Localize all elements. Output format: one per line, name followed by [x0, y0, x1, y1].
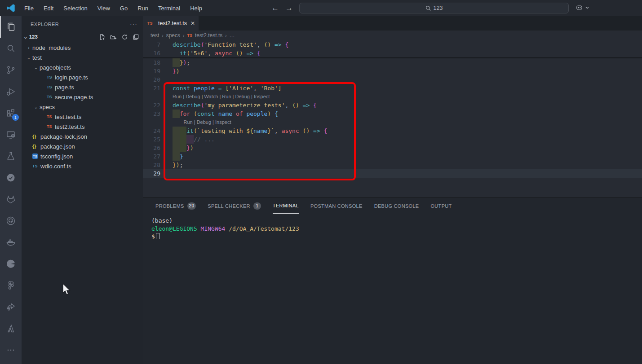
- menu-help[interactable]: Help: [186, 3, 206, 13]
- code-line-18[interactable]: 18});: [143, 58, 642, 67]
- menu-view[interactable]: View: [93, 3, 114, 13]
- menu-terminal[interactable]: Terminal: [154, 3, 184, 13]
- tree-item-tsconfig-json[interactable]: TStsconfig.json: [22, 151, 143, 161]
- panel-tab-spell-checker[interactable]: SPELL CHECKER1: [208, 198, 261, 214]
- activity-additional-views[interactable]: [0, 339, 22, 361]
- tree-item-test[interactable]: ⌄test: [22, 53, 143, 62]
- codelens-link-run[interactable]: Run: [222, 94, 231, 99]
- menu-selection[interactable]: Selection: [59, 3, 91, 13]
- terminal[interactable]: (base) eleon@LEGION5 MINGW64 /d/QA_A/Tes…: [143, 214, 642, 241]
- code-line-28[interactable]: 28});: [143, 161, 642, 169]
- tree-item-package-lock-json[interactable]: {}package-lock.json: [22, 132, 143, 141]
- close-icon[interactable]: ✕: [190, 20, 195, 26]
- line-number[interactable]: 25: [143, 135, 160, 144]
- tree-item-login-page-ts[interactable]: TSlogin.page.ts: [22, 72, 143, 82]
- tree-item-secure-page-ts[interactable]: TSsecure.page.ts: [22, 92, 143, 102]
- activity-extensions[interactable]: 1: [0, 102, 22, 124]
- code-editor[interactable]: 7describe('Function test', () => {16 it(…: [143, 40, 642, 197]
- menu-file[interactable]: File: [20, 3, 38, 13]
- line-number[interactable]: 28: [143, 161, 160, 169]
- panel-tab-terminal[interactable]: TERMINAL: [273, 198, 299, 214]
- code-line-21[interactable]: 21const people = ['Alice', 'Bob']: [143, 84, 642, 92]
- panel-tab-debug-console[interactable]: DEBUG CONSOLE: [374, 198, 419, 214]
- line-number[interactable]: 21: [143, 84, 160, 92]
- tree-item-test-test-ts[interactable]: TStest.test.ts: [22, 112, 143, 122]
- workspace-section-header[interactable]: ⌄ 123: [22, 32, 143, 42]
- tree-item-pageobjects[interactable]: ⌄pageobjects: [22, 62, 143, 72]
- menu-go[interactable]: Go: [116, 3, 132, 13]
- new-file-icon[interactable]: [99, 34, 106, 40]
- codelens-link-run[interactable]: Run: [183, 119, 192, 125]
- tree-item-test2-test-ts[interactable]: TStest2.test.ts: [22, 122, 143, 132]
- line-number[interactable]: 7: [143, 40, 160, 49]
- codelens-link-watch[interactable]: Watch: [204, 94, 218, 99]
- panel-tab-output[interactable]: OUTPUT: [431, 198, 452, 214]
- activity-search[interactable]: [0, 38, 22, 59]
- explorer-more-icon[interactable]: ···: [130, 21, 137, 28]
- collapse-all-icon[interactable]: [133, 34, 139, 40]
- tab-test2-test-ts[interactable]: TS test2.test.ts ✕: [143, 16, 199, 31]
- copilot-menu[interactable]: [576, 4, 589, 11]
- line-number[interactable]: 22: [143, 101, 160, 110]
- tree-item-node-modules[interactable]: ›node_modules: [22, 43, 143, 53]
- tree-item-specs[interactable]: ⌄specs: [22, 102, 143, 112]
- breadcrumb-item[interactable]: test: [151, 32, 159, 39]
- command-center-search[interactable]: 123: [299, 3, 569, 13]
- tree-item-package-json[interactable]: {}package.json: [22, 141, 143, 151]
- panel-tab-postman-console[interactable]: POSTMAN CONSOLE: [310, 198, 363, 214]
- code-line-26[interactable]: 26}): [143, 144, 642, 152]
- line-number[interactable]: 27: [143, 152, 160, 161]
- code-line-20[interactable]: 20: [143, 75, 642, 84]
- activity-gitlab-workflow[interactable]: [0, 189, 22, 210]
- activity-remote-explorer[interactable]: [0, 124, 22, 145]
- activity-explorer[interactable]: [0, 16, 22, 38]
- activity-run-and-debug[interactable]: [0, 81, 22, 102]
- activity-code-tools[interactable]: [0, 253, 22, 275]
- codelens-link-debug[interactable]: Debug: [235, 94, 250, 99]
- activity-docker[interactable]: [0, 232, 22, 253]
- activity-azure[interactable]: [0, 318, 22, 339]
- breadcrumb-item[interactable]: specs: [166, 32, 180, 39]
- title-bar: FileEditSelectionViewGoRunTerminalHelp ←…: [0, 0, 642, 16]
- activity-testing[interactable]: [0, 145, 22, 167]
- tree-item-wdio-conf-ts[interactable]: TSwdio.conf.ts: [22, 161, 143, 171]
- tree-item-page-ts[interactable]: TSpage.ts: [22, 82, 143, 92]
- new-folder-icon[interactable]: [110, 34, 117, 40]
- line-number[interactable]: 18: [143, 58, 160, 67]
- terminal-input-line[interactable]: $: [151, 232, 642, 241]
- nav-back-icon[interactable]: ←: [271, 4, 279, 13]
- code-line-7[interactable]: 7describe('Function test', () => {: [143, 40, 642, 49]
- breadcrumb-item[interactable]: test2.test.ts: [195, 32, 222, 39]
- codelens-link-run[interactable]: Run: [173, 94, 182, 99]
- menu-run[interactable]: Run: [133, 3, 152, 13]
- panel-tab-problems[interactable]: PROBLEMS20: [155, 198, 196, 214]
- activity-figma[interactable]: [0, 275, 22, 296]
- line-number[interactable]: 24: [143, 127, 160, 135]
- menu-edit[interactable]: Edit: [40, 3, 58, 13]
- code-line-16[interactable]: 16 it('5+6', async () => {: [143, 49, 642, 57]
- activity-tasks-check[interactable]: [0, 167, 22, 189]
- nav-forward-icon[interactable]: →: [285, 4, 293, 13]
- refresh-icon[interactable]: [121, 34, 128, 40]
- code-line-27[interactable]: 27}: [143, 152, 642, 161]
- line-number[interactable]: 19: [143, 67, 160, 75]
- code-line-22[interactable]: 22describe('my parameterize tests', () =…: [143, 101, 642, 110]
- code-line-24[interactable]: 24it(`testing with ${name}`, async () =>…: [143, 127, 642, 135]
- codelens-link-inspect[interactable]: Inspect: [254, 94, 270, 99]
- line-number[interactable]: 16: [143, 49, 160, 57]
- codelens-link-inspect[interactable]: Inspect: [215, 119, 231, 125]
- breadcrumb-item[interactable]: …: [230, 32, 235, 39]
- code-line-23[interactable]: 23for (const name of people) {: [143, 110, 642, 118]
- line-number[interactable]: 20: [143, 75, 160, 84]
- line-number[interactable]: 29: [143, 169, 160, 178]
- line-number[interactable]: 26: [143, 144, 160, 152]
- activity-github[interactable]: [0, 210, 22, 232]
- codelens-link-debug[interactable]: Debug: [197, 119, 211, 125]
- activity-publish[interactable]: [0, 296, 22, 318]
- code-line-19[interactable]: 19}): [143, 67, 642, 75]
- activity-source-control[interactable]: [0, 59, 22, 81]
- code-line-25[interactable]: 25// ...: [143, 135, 642, 144]
- line-number[interactable]: 23: [143, 110, 160, 118]
- code-line-29[interactable]: 29: [143, 169, 642, 178]
- codelens-link-debug[interactable]: Debug: [186, 94, 200, 99]
